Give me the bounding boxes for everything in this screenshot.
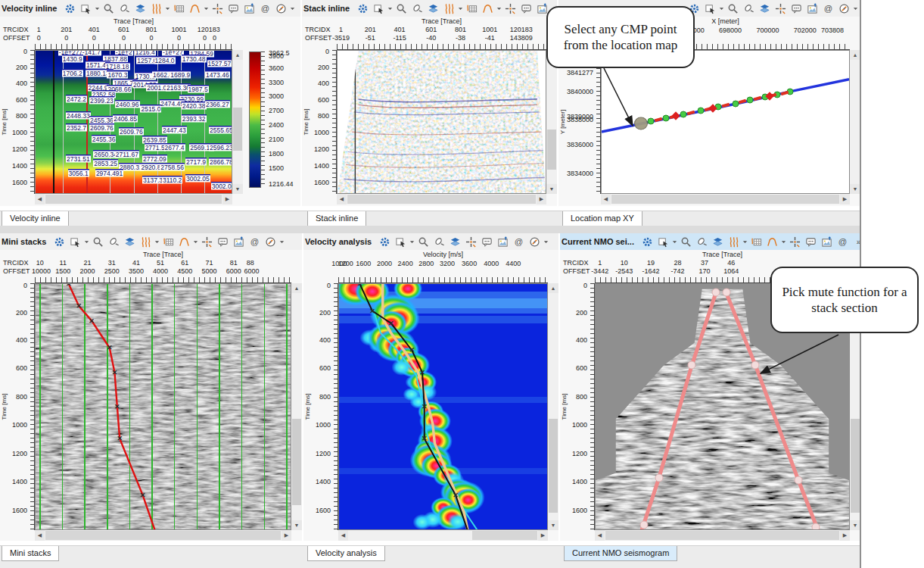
crosshair-icon[interactable] — [787, 235, 803, 248]
compass-icon[interactable] — [836, 2, 852, 15]
tab-velocity-analysis[interactable]: Velocity analysis — [307, 546, 385, 561]
pick-icon[interactable] — [409, 2, 425, 15]
image-icon[interactable] — [241, 2, 257, 15]
cmp-marker[interactable] — [739, 99, 747, 105]
caret-icon[interactable] — [278, 235, 285, 248]
waves-icon[interactable] — [441, 2, 457, 15]
image-icon[interactable] — [804, 2, 820, 15]
layers-icon[interactable] — [710, 235, 726, 248]
pick-icon[interactable] — [741, 2, 757, 15]
layers-icon[interactable] — [425, 2, 441, 15]
horizontal-scrollbar[interactable]: ◀▶ — [595, 530, 850, 541]
pick-icon[interactable] — [694, 235, 710, 248]
horizontal-scrollbar[interactable]: ◀▶ — [35, 194, 232, 204]
mute-pick-point[interactable] — [655, 473, 663, 482]
pick-point-marker[interactable]: ✕ — [76, 302, 82, 310]
polygon-icon[interactable] — [480, 2, 496, 15]
caret-icon[interactable] — [192, 235, 199, 248]
polygon-icon[interactable] — [176, 235, 192, 248]
select-icon[interactable] — [67, 235, 83, 248]
vertical-scrollbar[interactable]: ▲▼ — [546, 50, 557, 194]
compass-icon[interactable] — [263, 235, 278, 248]
mute-pick-point[interactable] — [795, 476, 803, 485]
caret-icon[interactable] — [457, 2, 464, 15]
caret-icon[interactable] — [203, 2, 210, 15]
pick-point-marker[interactable]: ✕ — [117, 435, 123, 442]
zoom-icon[interactable] — [678, 235, 694, 248]
pick-point-marker[interactable]: ✕ — [112, 369, 118, 376]
cmp-marker[interactable] — [697, 108, 704, 114]
polygon-icon[interactable] — [187, 2, 203, 15]
zoom-icon[interactable] — [725, 2, 741, 15]
cmp-marker[interactable] — [663, 115, 670, 122]
pick-point-marker[interactable]: ✕ — [409, 346, 415, 354]
gear-icon[interactable] — [355, 2, 371, 15]
comment-icon[interactable] — [803, 235, 819, 248]
cmp-marker[interactable] — [686, 111, 695, 116]
gear-icon[interactable] — [51, 235, 67, 248]
cmp-markers-layer[interactable] — [602, 51, 849, 193]
caret-icon[interactable] — [852, 2, 859, 15]
pick-point-marker[interactable]: ✕ — [453, 492, 459, 499]
caret-icon[interactable] — [496, 2, 502, 15]
layers-icon[interactable] — [132, 2, 148, 15]
zoom-icon[interactable] — [101, 2, 117, 15]
pick-point-marker[interactable]: ✕ — [89, 317, 95, 325]
caret-icon[interactable] — [780, 235, 787, 248]
comment-icon[interactable] — [789, 2, 804, 15]
cmp-marker[interactable] — [754, 96, 762, 101]
pick-point-marker[interactable]: ✕ — [388, 320, 394, 327]
tab-stack-inline[interactable]: Stack inline — [307, 211, 366, 226]
pick-point-marker[interactable]: ✕ — [419, 369, 425, 376]
at-icon[interactable] — [835, 235, 851, 248]
stack-section-plot[interactable] — [337, 50, 546, 194]
pick-icon[interactable] — [117, 2, 132, 15]
location-map-plot[interactable] — [601, 50, 850, 194]
caret-icon[interactable] — [543, 235, 549, 248]
selected-cmp-marker[interactable] — [634, 117, 648, 130]
pick-point-marker[interactable]: ✕ — [114, 403, 120, 410]
pick-icon[interactable] — [431, 235, 447, 248]
vertical-scrollbar[interactable]: ▲▼ — [291, 283, 302, 530]
pick-icon[interactable] — [106, 235, 122, 248]
pick-point-marker[interactable]: ✕ — [66, 283, 72, 288]
waves-icon[interactable] — [148, 2, 164, 15]
caret-icon[interactable] — [83, 235, 90, 248]
horizontal-scrollbar[interactable]: ◀▶ — [35, 530, 291, 541]
crosshair-icon[interactable] — [199, 235, 215, 248]
cmp-marker[interactable] — [721, 103, 730, 108]
horizontal-scrollbar[interactable]: ◀▶ — [338, 530, 548, 541]
tab-mini-stacks[interactable]: Mini stacks — [2, 546, 59, 561]
caret-icon[interactable] — [154, 235, 160, 248]
layers-icon[interactable] — [757, 2, 773, 15]
image-icon[interactable] — [819, 235, 835, 248]
zoom-icon[interactable] — [415, 235, 431, 248]
caret-icon[interactable] — [718, 2, 725, 15]
layers-icon[interactable] — [447, 235, 463, 248]
caret-icon[interactable] — [742, 235, 748, 248]
select-icon[interactable] — [393, 235, 409, 248]
more-icon[interactable] — [851, 235, 866, 248]
cmp-marker[interactable] — [680, 111, 686, 118]
crosshair-icon[interactable] — [502, 2, 518, 15]
pick-point-marker[interactable]: ✕ — [422, 403, 428, 410]
tab-velocity-inline[interactable]: Velocity inline — [2, 211, 69, 226]
layers-icon[interactable] — [122, 235, 138, 248]
grid-icon[interactable] — [171, 2, 187, 15]
select-icon[interactable] — [78, 2, 94, 15]
at-icon[interactable] — [257, 2, 273, 15]
vertical-scrollbar[interactable]: ▲▼ — [548, 283, 558, 530]
grid-icon[interactable] — [464, 2, 480, 15]
mute-pick-point[interactable] — [812, 523, 820, 530]
image-icon[interactable] — [231, 235, 247, 248]
semblance-plot[interactable]: ✕✕✕✕✕✕✕✕ — [338, 283, 548, 530]
grid-icon[interactable] — [748, 235, 764, 248]
select-icon[interactable] — [702, 2, 718, 15]
cmp-marker[interactable] — [671, 112, 680, 120]
waves-icon[interactable] — [726, 235, 742, 248]
pick-point-marker[interactable]: ✕ — [357, 283, 363, 288]
pick-point-marker[interactable]: ✕ — [422, 435, 428, 442]
comment-icon[interactable] — [226, 2, 241, 15]
caret-icon[interactable] — [387, 2, 394, 15]
crosshair-icon[interactable] — [210, 2, 226, 15]
